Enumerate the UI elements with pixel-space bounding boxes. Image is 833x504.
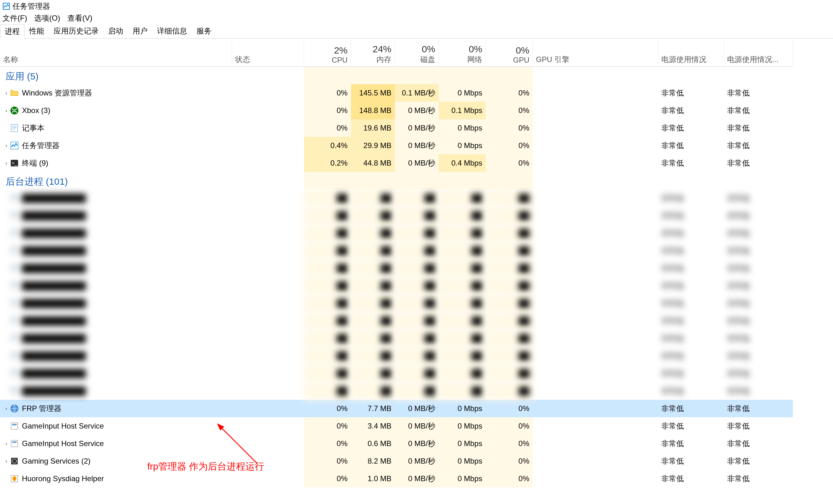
gpuengine-cell [533,154,658,172]
expand-chevron-icon[interactable]: › [2,405,10,412]
process-name-cell[interactable]: ›任务管理器 [0,137,232,154]
svg-rect-24 [12,319,17,320]
process-name-cell[interactable]: ████████████ [0,295,232,312]
gpuengine-cell [533,207,658,224]
disk-cell: ██ [395,382,439,400]
powertrend-cell: 非常低 [724,435,793,452]
menu-options[interactable]: 选项(O) [34,14,60,22]
process-name: 任务管理器 [22,141,60,151]
process-name-cell[interactable]: ████████████ [0,207,232,224]
svg-rect-11 [11,212,18,219]
process-name-cell[interactable]: ████████████ [0,382,232,400]
process-name-cell[interactable]: ████████████ [0,330,232,347]
tab-services[interactable]: 服务 [192,24,216,38]
gpuengine-cell [533,190,658,207]
power-cell: 非常低 [658,119,724,137]
expand-chevron-icon[interactable]: › [2,160,10,167]
status-cell [232,259,304,277]
cpu-cell: ██ [304,224,351,242]
col-gpuengine[interactable]: GPU 引擎 [533,39,658,67]
tab-details[interactable]: 详细信息 [152,24,192,38]
process-name-cell[interactable]: ›GameInput Host Service [0,435,232,452]
gpuengine-cell [533,137,658,154]
process-name-cell[interactable]: ›FRP 管理器 [0,400,232,417]
svg-rect-9 [11,195,18,202]
process-name-cell[interactable]: ████████████ [0,312,232,330]
svg-rect-16 [12,249,17,250]
status-cell [232,242,304,259]
blurred-icon [10,386,19,395]
disk-cell: ██ [395,330,439,347]
svg-rect-2 [11,124,18,131]
menu-view[interactable]: 查看(V) [67,14,92,22]
expand-chevron-icon[interactable]: › [2,440,10,447]
process-name-cell[interactable]: 记事本 [0,119,232,137]
process-name-cell[interactable]: ›Gaming Services (2) [0,452,232,470]
disk-cell: ██ [395,365,439,382]
gpu-cell: 0% [486,435,533,452]
process-name-cell[interactable]: ›Windows 资源管理器 [0,84,232,102]
tab-processes[interactable]: 进程 [0,24,24,39]
col-status[interactable]: 状态 [232,39,304,67]
gpu-cell: ██ [486,295,533,312]
expand-chevron-icon[interactable]: › [2,90,10,96]
power-cell: 非常低 [658,224,724,242]
power-cell: 非常低 [658,452,724,470]
power-cell: 非常低 [658,102,724,119]
power-cell: 非常低 [658,365,724,382]
cpu-cell: 0% [304,102,351,119]
gpu-cell: 0% [486,417,533,435]
net-cell: 0.1 Mbps [439,102,486,119]
expand-chevron-icon[interactable]: › [2,458,10,464]
col-powertrend[interactable]: 电源使用情况... [724,39,793,67]
powertrend-cell: 非常低 [724,277,793,295]
process-name-cell[interactable]: ████████████ [0,277,232,295]
process-name-cell[interactable]: ████████████ [0,259,232,277]
process-name-cell[interactable]: ████████████ [0,347,232,365]
menu-file[interactable]: 文件(F) [2,14,27,22]
process-name-cell[interactable]: Huorong Sysdiag Helper [0,470,232,487]
col-gpu[interactable]: 0%GPU [486,39,533,67]
blurred-icon [10,317,19,325]
process-name-cell[interactable]: ›Xbox (3) [0,102,232,119]
expand-chevron-icon[interactable]: › [2,107,10,114]
net-cell: 0 Mbps [439,470,486,487]
col-network[interactable]: 0%网络 [439,39,486,67]
mem-cell: 8.2 MB [351,452,395,470]
cpu-cell: 0% [304,119,351,137]
process-name-cell[interactable]: ████████████ [0,224,232,242]
tab-startup[interactable]: 启动 [103,24,128,38]
cpu-cell: ██ [304,207,351,224]
process-name-cell[interactable]: GameInput Host Service [0,417,232,435]
net-cell: 0 Mbps [439,417,486,435]
cpu-cell: ██ [304,277,351,295]
powertrend-cell: 非常低 [724,365,793,382]
col-name[interactable]: 名称 [0,39,232,67]
col-disk[interactable]: 0%磁盘 [395,39,439,67]
mem-cell: ██ [351,190,395,207]
gpu-cell: ██ [486,224,533,242]
col-memory[interactable]: 24%内存 [351,39,395,67]
process-name-cell[interactable]: ›>_终端 (9) [0,154,232,172]
svg-rect-31 [11,388,18,395]
gpuengine-cell [533,84,658,102]
process-name-cell[interactable]: ████████████ [0,190,232,207]
gpuengine-cell [533,417,658,435]
mem-cell: 148.8 MB [351,102,395,119]
col-power[interactable]: 电源使用情况 [658,39,724,67]
process-name-cell[interactable]: ████████████ [0,242,232,259]
col-cpu[interactable]: 2%CPU [304,39,351,67]
process-name-cell[interactable]: ████████████ [0,365,232,382]
expand-chevron-icon[interactable]: › [2,143,10,149]
disk-cell: ██ [395,190,439,207]
huorong-icon [10,474,19,483]
powertrend-cell: 非常低 [724,207,793,224]
tab-users[interactable]: 用户 [128,24,152,38]
gpuengine-cell [533,259,658,277]
tab-performance[interactable]: 性能 [24,24,49,38]
net-cell: ██ [439,312,486,330]
status-cell [232,452,304,470]
power-cell: 非常低 [658,400,724,417]
cpu-cell: ██ [304,190,351,207]
tab-apphistory[interactable]: 应用历史记录 [49,24,103,38]
